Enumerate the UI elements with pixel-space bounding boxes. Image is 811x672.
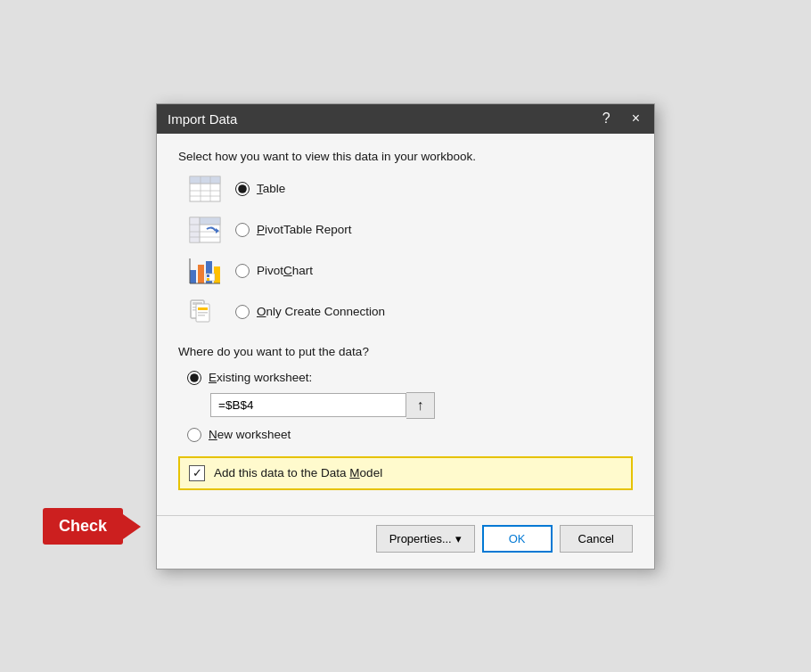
existing-input-row: ↑ bbox=[210, 392, 633, 419]
existing-ws-text: Existing worksheet: bbox=[209, 371, 312, 384]
connection-radio[interactable] bbox=[235, 305, 250, 319]
properties-label: Properties... bbox=[389, 532, 452, 545]
existing-ws-radio[interactable] bbox=[187, 371, 201, 385]
section1-label: Select how you want to view this data in… bbox=[178, 150, 633, 163]
data-model-checkbox[interactable]: ✓ bbox=[189, 465, 205, 481]
new-ws-radio[interactable] bbox=[187, 428, 201, 442]
table-radio[interactable] bbox=[235, 182, 250, 196]
connection-option-label[interactable]: Only Create Connection bbox=[235, 305, 385, 319]
dialog-titlebar: Import Data ? × bbox=[157, 104, 654, 134]
option-row-table: Table bbox=[187, 174, 633, 204]
data-model-label: Add this data to the Data Model bbox=[214, 466, 382, 479]
svg-rect-30 bbox=[198, 307, 208, 310]
svg-rect-23 bbox=[207, 278, 209, 281]
check-badge-label: Check bbox=[43, 508, 123, 545]
existing-ws-section: Existing worksheet: ↑ bbox=[187, 371, 633, 419]
new-ws-text: New worksheet bbox=[209, 428, 291, 441]
option-row-pivot-chart: PivotChart bbox=[187, 256, 633, 286]
check-arrow-icon bbox=[123, 514, 141, 539]
titlebar-controls: ? × bbox=[599, 111, 643, 126]
svg-rect-16 bbox=[198, 265, 204, 283]
cancel-button[interactable]: Cancel bbox=[560, 525, 633, 553]
close-button[interactable]: × bbox=[628, 111, 643, 126]
connection-label: Only Create Connection bbox=[257, 305, 385, 318]
pivot-table-option-label[interactable]: PivotTable Report bbox=[235, 223, 352, 237]
pivot-table-radio[interactable] bbox=[235, 223, 250, 237]
pivot-table-icon bbox=[187, 215, 223, 245]
svg-rect-15 bbox=[190, 270, 196, 283]
check-badge: Check bbox=[43, 508, 141, 545]
new-ws-label[interactable]: New worksheet bbox=[187, 428, 633, 442]
data-model-row[interactable]: ✓ Add this data to the Data Model bbox=[178, 456, 633, 490]
option-row-pivot-table: PivotTable Report bbox=[187, 215, 633, 245]
connection-icon bbox=[187, 297, 223, 327]
dialog-body: Select how you want to view this data in… bbox=[157, 134, 654, 515]
pivot-chart-radio[interactable] bbox=[235, 264, 250, 278]
dialog-footer: Properties... ▾ OK Cancel bbox=[157, 515, 654, 569]
table-icon bbox=[187, 174, 223, 204]
location-group: Existing worksheet: ↑ New worksheet bbox=[178, 371, 633, 442]
section2-label: Where do you want to put the data? bbox=[178, 345, 633, 358]
properties-button[interactable]: Properties... ▾ bbox=[376, 525, 475, 553]
pivot-chart-label: PivotChart bbox=[257, 264, 313, 277]
dialog-title: Import Data bbox=[168, 111, 599, 127]
option-row-connection: Only Create Connection bbox=[187, 297, 633, 327]
cell-ref-input[interactable] bbox=[210, 393, 406, 417]
pivot-chart-option-label[interactable]: PivotChart bbox=[235, 264, 313, 278]
pivot-table-label: PivotTable Report bbox=[257, 223, 352, 236]
import-data-dialog: Import Data ? × Select how you want to v… bbox=[156, 103, 655, 570]
table-label: Table bbox=[257, 182, 285, 195]
svg-rect-22 bbox=[207, 275, 209, 277]
svg-rect-1 bbox=[190, 176, 220, 184]
svg-rect-9 bbox=[190, 217, 200, 242]
arrow-up-icon: ↑ bbox=[417, 397, 424, 414]
svg-rect-31 bbox=[198, 312, 208, 314]
properties-arrow-icon: ▾ bbox=[455, 532, 462, 545]
svg-rect-32 bbox=[198, 315, 205, 316]
ok-button[interactable]: OK bbox=[482, 525, 553, 553]
table-option-label[interactable]: Table bbox=[235, 182, 285, 196]
cell-ref-picker-button[interactable]: ↑ bbox=[406, 392, 435, 419]
check-mark-icon: ✓ bbox=[193, 467, 202, 479]
existing-ws-label[interactable]: Existing worksheet: bbox=[187, 371, 633, 385]
view-options-group: Table bbox=[178, 174, 633, 327]
pivot-chart-icon bbox=[187, 256, 223, 286]
help-button[interactable]: ? bbox=[599, 111, 614, 126]
